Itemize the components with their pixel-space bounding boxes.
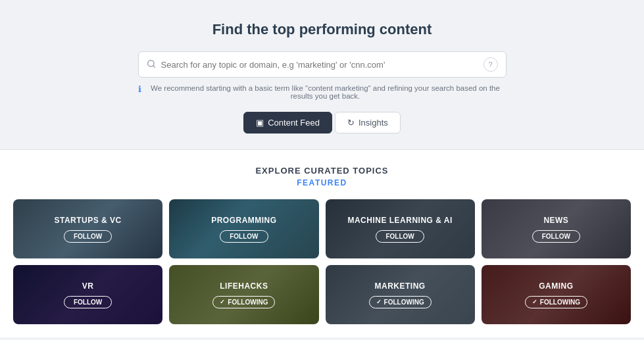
tab-insights[interactable]: ↻ Insights [335,112,401,134]
follow-button-startups-vc[interactable]: FOLLOW [64,230,112,243]
content-feed-icon: ▣ [256,118,264,128]
topic-card-marketing[interactable]: MARKETING✓ FOLLOWING [326,265,475,324]
topic-content-vr: VRFOLLOW [13,265,162,324]
topic-content-lifehacks: LIFEHACKS✓ FOLLOWING [169,265,318,324]
topic-card-machine-learning[interactable]: MACHINE LEARNING & AIFOLLOW [326,199,475,258]
topic-content-news: NEWSFOLLOW [482,199,631,258]
topic-content-programming: PROGRAMMINGFOLLOW [169,199,318,258]
topic-card-vr[interactable]: VRFOLLOW [13,265,162,324]
top-section: Find the top performing content ? ℹ We r… [0,0,644,150]
search-input[interactable] [161,60,483,70]
follow-button-machine-learning[interactable]: FOLLOW [376,230,424,243]
search-help-icon[interactable]: ? [483,57,498,72]
svg-line-1 [153,65,155,67]
check-icon: ✓ [532,299,537,305]
topic-card-programming[interactable]: PROGRAMMINGFOLLOW [169,199,318,258]
search-icon [147,59,156,70]
check-icon: ✓ [376,299,382,305]
explore-section: EXPLORE CURATED TOPICS FEATURED STARTUPS… [0,150,644,337]
topics-grid: STARTUPS & VCFOLLOWPROGRAMMINGFOLLOWMACH… [13,199,631,324]
featured-label: FEATURED [13,178,631,187]
following-button-gaming[interactable]: ✓ FOLLOWING [525,296,587,308]
page-title: Find the top performing content [13,21,631,38]
topic-content-machine-learning: MACHINE LEARNING & AIFOLLOW [326,199,475,258]
tab-bar: ▣ Content Feed ↻ Insights [13,112,631,134]
search-box: ? [138,51,507,78]
topic-name-lifehacks: LIFEHACKS [220,281,268,291]
check-icon: ✓ [220,299,225,305]
topic-name-programming: PROGRAMMING [211,216,277,225]
topic-name-marketing: MARKETING [375,281,426,291]
insights-icon: ↻ [347,118,355,128]
topic-content-startups-vc: STARTUPS & VCFOLLOW [13,199,162,258]
follow-button-vr[interactable]: FOLLOW [64,296,112,308]
following-button-marketing[interactable]: ✓ FOLLOWING [369,296,432,308]
topic-card-lifehacks[interactable]: LIFEHACKS✓ FOLLOWING [169,265,318,324]
topic-content-gaming: GAMING✓ FOLLOWING [482,265,631,324]
tab-content-feed[interactable]: ▣ Content Feed [243,112,332,134]
recommendation-hint: ℹ We recommend starting with a basic ter… [138,84,507,100]
topic-content-marketing: MARKETING✓ FOLLOWING [326,265,475,324]
topic-card-startups-vc[interactable]: STARTUPS & VCFOLLOW [13,199,162,258]
topic-card-gaming[interactable]: GAMING✓ FOLLOWING [482,265,631,324]
topic-name-machine-learning: MACHINE LEARNING & AI [347,216,452,225]
topic-card-news[interactable]: NEWSFOLLOW [482,199,631,258]
follow-button-programming[interactable]: FOLLOW [220,230,268,243]
explore-title: EXPLORE CURATED TOPICS [13,166,631,176]
info-icon: ℹ [138,84,141,94]
topic-name-vr: VR [82,281,94,291]
topic-name-news: NEWS [543,216,568,225]
topic-name-gaming: GAMING [539,281,573,291]
follow-button-news[interactable]: FOLLOW [532,230,580,243]
topic-name-startups-vc: STARTUPS & VC [54,216,121,225]
following-button-lifehacks[interactable]: ✓ FOLLOWING [212,296,275,308]
